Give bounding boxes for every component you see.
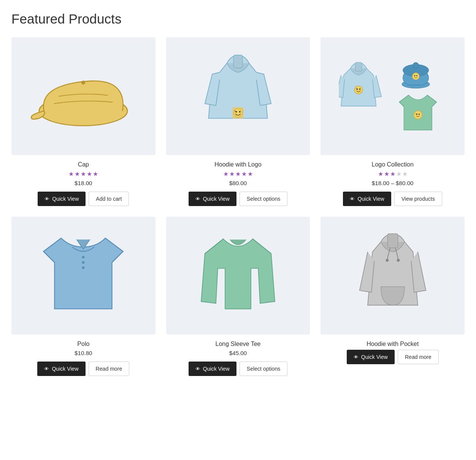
star-icon: ★	[248, 170, 253, 178]
svg-point-5	[235, 111, 237, 113]
star-icon: ★	[75, 170, 80, 178]
svg-point-18	[414, 75, 415, 76]
star-icon: ★	[81, 170, 86, 178]
svg-point-11	[359, 89, 360, 90]
product-price-hoodie-with-logo: $80.00	[229, 180, 247, 186]
quick-view-label: Quick View	[203, 366, 230, 372]
quick-view-button-hoodie-with-logo[interactable]: 👁Quick View	[189, 192, 236, 206]
product-name-logo-collection: Logo Collection	[372, 161, 414, 168]
product-image-cap	[11, 37, 155, 155]
product-image-hoodie-with-pocket	[321, 217, 465, 335]
quick-view-label: Quick View	[52, 196, 79, 202]
svg-rect-2	[233, 55, 242, 68]
quick-view-label: Quick View	[361, 354, 388, 360]
star-icon: ★	[241, 170, 247, 178]
product-price-logo-collection: $18.00 – $80.00	[372, 180, 414, 186]
product-name-cap: Cap	[78, 161, 89, 168]
quick-view-button-hoodie-with-pocket[interactable]: 👁Quick View	[347, 350, 395, 364]
svg-point-22	[416, 114, 417, 115]
product-actions-polo: 👁Quick ViewRead more	[37, 362, 129, 376]
svg-rect-8	[355, 62, 362, 71]
select-options-button-long-sleeve-tee[interactable]: Select options	[240, 362, 287, 376]
star-icon: ★	[87, 170, 92, 178]
product-name-hoodie-with-pocket: Hoodie with Pocket	[367, 341, 419, 347]
page-title: Featured Products	[11, 11, 465, 27]
product-actions-hoodie-with-pocket: 👁Quick ViewRead more	[347, 350, 439, 364]
select-options-button-hoodie-with-logo[interactable]: Select options	[240, 192, 287, 206]
quick-view-label: Quick View	[203, 196, 230, 202]
read-more-button-polo[interactable]: Read more	[89, 362, 130, 376]
svg-point-32	[397, 259, 400, 262]
eye-icon: 👁	[44, 196, 49, 202]
product-image-hoodie-with-logo	[166, 37, 310, 155]
svg-point-26	[82, 261, 85, 264]
product-actions-logo-collection: 👁Quick ViewView products	[343, 192, 442, 206]
svg-point-1	[81, 81, 85, 84]
product-card-polo: Polo$10.80👁Quick ViewRead more	[11, 217, 155, 376]
star-icon: ★	[68, 170, 74, 178]
product-price-long-sleeve-tee: $45.00	[229, 350, 247, 356]
star-icon: ★	[384, 170, 389, 178]
product-stars-logo-collection: ★★★★★	[378, 170, 408, 178]
product-image-logo-collection	[321, 37, 465, 155]
svg-point-19	[416, 75, 417, 76]
svg-point-16	[413, 62, 419, 68]
svg-point-9	[354, 86, 362, 94]
svg-point-6	[239, 111, 241, 113]
star-icon: ★	[402, 170, 408, 178]
eye-icon: 👁	[195, 196, 200, 202]
star-icon: ★	[229, 170, 235, 178]
quick-view-button-polo[interactable]: 👁Quick View	[37, 362, 85, 376]
quick-view-label: Quick View	[357, 196, 384, 202]
svg-point-25	[82, 256, 85, 259]
product-image-polo	[11, 217, 155, 335]
product-image-long-sleeve-tee	[166, 217, 310, 335]
eye-icon: 👁	[195, 366, 200, 372]
product-stars-cap: ★★★★★	[68, 170, 98, 178]
product-actions-long-sleeve-tee: 👁Quick ViewSelect options	[189, 362, 288, 376]
svg-point-10	[356, 89, 358, 90]
svg-point-4	[233, 108, 242, 117]
view-products-button-logo-collection[interactable]: View products	[394, 192, 442, 206]
product-name-long-sleeve-tee: Long Sleeve Tee	[216, 341, 261, 347]
product-name-polo: Polo	[77, 341, 89, 347]
product-name-hoodie-with-logo: Hoodie with Logo	[214, 161, 262, 168]
star-icon: ★	[235, 170, 241, 178]
star-icon: ★	[93, 170, 98, 178]
quick-view-button-logo-collection[interactable]: 👁Quick View	[343, 192, 391, 206]
svg-point-21	[414, 111, 422, 119]
star-icon: ★	[378, 170, 383, 178]
product-card-logo-collection: Logo Collection★★★★★$18.00 – $80.00👁Quic…	[321, 37, 465, 206]
star-icon: ★	[223, 170, 228, 178]
svg-point-31	[386, 259, 389, 262]
quick-view-label: Quick View	[52, 366, 78, 372]
product-card-cap: Cap★★★★★$18.00👁Quick ViewAdd to cart	[11, 37, 155, 206]
svg-rect-28	[387, 234, 398, 248]
eye-icon: 👁	[354, 354, 359, 360]
eye-icon: 👁	[350, 196, 355, 202]
product-card-hoodie-with-pocket: Hoodie with Pocket👁Quick ViewRead more	[321, 217, 465, 376]
add-to-cart-button-cap[interactable]: Add to cart	[89, 192, 129, 206]
products-grid: Cap★★★★★$18.00👁Quick ViewAdd to cart Hoo…	[11, 37, 465, 376]
star-icon: ★	[390, 170, 395, 178]
svg-point-27	[82, 266, 85, 269]
eye-icon: 👁	[44, 366, 49, 372]
product-price-cap: $18.00	[75, 180, 92, 186]
svg-point-23	[418, 114, 419, 115]
quick-view-button-cap[interactable]: 👁Quick View	[38, 192, 86, 206]
product-price-polo: $10.80	[75, 350, 92, 356]
product-stars-hoodie-with-logo: ★★★★★	[223, 170, 253, 178]
star-icon: ★	[396, 170, 401, 178]
read-more-button-hoodie-with-pocket[interactable]: Read more	[398, 350, 439, 364]
product-card-long-sleeve-tee: Long Sleeve Tee$45.00👁Quick ViewSelect o…	[166, 217, 310, 376]
product-actions-hoodie-with-logo: 👁Quick ViewSelect options	[189, 192, 288, 206]
svg-point-17	[412, 73, 419, 80]
product-actions-cap: 👁Quick ViewAdd to cart	[38, 192, 129, 206]
product-card-hoodie-with-logo: Hoodie with Logo★★★★★$80.00👁Quick ViewSe…	[166, 37, 310, 206]
quick-view-button-long-sleeve-tee[interactable]: 👁Quick View	[189, 362, 236, 376]
